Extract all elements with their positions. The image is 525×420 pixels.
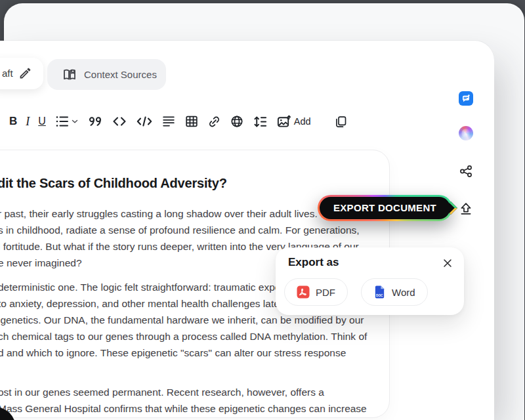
ai-swirl-icon: [461, 129, 471, 138]
tab-context-sources[interactable]: Context Sources: [47, 59, 166, 90]
align-button[interactable]: [161, 113, 176, 130]
export-word-label: Word: [392, 287, 415, 298]
link-icon: [207, 115, 221, 129]
inline-code-button[interactable]: [112, 113, 127, 130]
copy-button[interactable]: [334, 113, 348, 130]
app-window: aft Context Sources B I U: [0, 0, 525, 420]
globe-button[interactable]: [230, 113, 244, 130]
export-tooltip: EXPORT DOCUMENT: [318, 195, 452, 221]
add-image-button[interactable]: Add: [276, 113, 311, 130]
link-button[interactable]: [207, 113, 221, 130]
bullet-list-button[interactable]: [54, 113, 79, 130]
underline-button[interactable]: U: [38, 113, 46, 130]
close-icon: [442, 257, 453, 269]
tab-draft[interactable]: aft: [0, 58, 43, 89]
underline-icon: U: [38, 116, 46, 127]
word-file-icon: DOC: [373, 285, 386, 299]
code-icon: [112, 114, 127, 129]
italic-icon: I: [26, 115, 30, 129]
add-image-label: Add: [294, 116, 311, 127]
export-upload-icon: [458, 201, 474, 217]
ai-assistant-button[interactable]: [459, 126, 473, 140]
code-block-icon: [136, 114, 153, 129]
share-icon: [458, 163, 474, 179]
doc-text-line: r past, their early struggles casting a …: [0, 205, 360, 222]
table-button[interactable]: [184, 113, 199, 130]
table-icon: [184, 114, 199, 129]
copy-icon: [334, 115, 348, 129]
close-button[interactable]: [442, 257, 453, 269]
quote-icon: [88, 114, 103, 129]
doc-text-line: ost in our genes seemed permanent. Recen…: [0, 384, 367, 400]
formatting-toolbar: B I U: [9, 112, 348, 131]
pdf-file-icon: [297, 285, 310, 299]
export-tooltip-label: EXPORT DOCUMENT: [320, 197, 450, 219]
bold-button[interactable]: B: [9, 113, 17, 130]
export-popup-title: Export as: [288, 256, 339, 269]
image-icon: [276, 114, 291, 129]
code-block-button[interactable]: [136, 113, 153, 130]
document-heading: dit the Scars of Childhood Adversity?: [0, 176, 227, 191]
doc-text-line: Mass General Hospital confirms that whil…: [0, 400, 367, 417]
bold-icon: B: [9, 115, 17, 128]
chevron-down-icon: [70, 117, 79, 126]
tab-context-sources-label: Context Sources: [84, 69, 157, 80]
line-spacing-button[interactable]: [253, 113, 268, 130]
export-document-button[interactable]: [458, 201, 474, 217]
book-icon: [62, 67, 77, 83]
bullet-list-icon: [54, 114, 70, 129]
tab-draft-label: aft: [2, 68, 13, 79]
globe-icon: [230, 114, 244, 129]
export-word-button[interactable]: DOC Word: [361, 278, 428, 306]
paragraph: ost in our genes seemed permanent. Recen…: [0, 384, 367, 417]
export-popup: Export as PDF: [276, 247, 464, 315]
export-pdf-label: PDF: [316, 287, 335, 298]
chat-bubble-icon: [461, 93, 471, 104]
align-left-icon: [161, 114, 176, 129]
doc-text-line: d and which to ignore. These epigenetic …: [0, 345, 367, 361]
line-spacing-icon: [253, 114, 268, 129]
doc-text-line: s in childhood, radiate a sense of profo…: [0, 222, 360, 238]
italic-button[interactable]: I: [26, 113, 30, 130]
blockquote-button[interactable]: [88, 113, 103, 130]
chat-button[interactable]: [459, 91, 473, 106]
export-options: PDF DOC Word: [284, 278, 428, 306]
export-pdf-button[interactable]: PDF: [284, 278, 348, 306]
doc-text-line: ch chemical tags to our genes through a …: [0, 328, 367, 345]
svg-text:DOC: DOC: [376, 294, 383, 297]
share-button[interactable]: [458, 163, 474, 179]
